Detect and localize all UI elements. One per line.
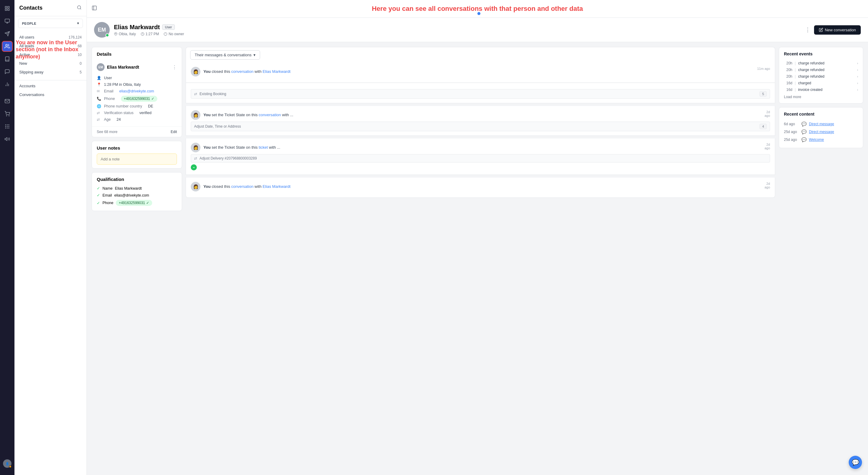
sidebar-item-all-leads[interactable]: All leads 68 — [14, 41, 87, 50]
sidebar-nav-label: Conversations — [19, 93, 44, 97]
message-nav-icon[interactable] — [2, 96, 13, 107]
sidebar-item-accounts[interactable]: Accounts — [14, 81, 87, 90]
contact-role-badge: User — [162, 24, 175, 30]
conv-text-1: You closed this conversation with Elias … — [204, 69, 290, 75]
globe-icon: 🌐 — [97, 104, 101, 108]
q-label: Email — [102, 193, 112, 198]
apps-nav-icon[interactable] — [2, 121, 13, 132]
conv-link-person[interactable]: Elias Markwardt — [262, 69, 290, 74]
send-nav-icon[interactable] — [2, 28, 13, 39]
edit-link[interactable]: Edit — [170, 130, 177, 134]
subject-text: Existing Booking — [199, 92, 226, 96]
megaphone-nav-icon[interactable] — [2, 134, 13, 144]
chart-nav-icon[interactable] — [2, 79, 13, 90]
subject-text-4: Adjust Delivery #207968800003289 — [199, 156, 257, 161]
event-time-2: 20h — [784, 68, 792, 72]
more-options-button[interactable]: ⋮ — [805, 27, 810, 33]
q-phone-badge: +491632599031 ✓ — [116, 200, 152, 206]
sidebar-filters: All users 176,124 All leads 68 Active 10… — [14, 30, 87, 79]
chevron-icon: › — [857, 62, 858, 65]
content-time-1: 6d ago — [784, 122, 799, 126]
event-row-4: 16d | charged › — [784, 80, 858, 87]
conv-link-5[interactable]: conversation — [231, 184, 253, 189]
user-avatar: 👤 — [3, 460, 11, 468]
content-link-1[interactable]: Direct message — [809, 122, 834, 126]
svg-point-19 — [5, 126, 6, 127]
contact-header: EM Elias Markwardt User Olbia, Italy 1:2… — [87, 18, 868, 42]
panel-toggle-button[interactable] — [92, 5, 97, 12]
booking-icon: ⇄ — [194, 92, 197, 96]
email-link[interactable]: elias@drivekyte.com — [119, 89, 154, 93]
conversations-panel: Their messages & conversations ▾ 👩 You c… — [186, 47, 775, 470]
sidebar-item-new[interactable]: New 0 — [14, 59, 87, 68]
right-panel: Recent events 20h | charge refunded › 20… — [779, 47, 863, 470]
sidebar-item-count: 68 — [78, 44, 82, 48]
sidebar-item-conversations[interactable]: Conversations — [14, 90, 87, 99]
conv-link-4[interactable]: ticket — [258, 145, 268, 149]
svg-point-22 — [9, 126, 9, 127]
conv-card-4[interactable]: 👩 You set the Ticket State on this ticke… — [186, 138, 775, 175]
content-link-2[interactable]: Direct message — [809, 130, 834, 134]
conv-filter-button[interactable]: Their messages & conversations ▾ — [190, 50, 260, 60]
sidebar-item-slipping[interactable]: Slipping away 5 — [14, 68, 87, 76]
check-icon: ✓ — [97, 201, 100, 205]
q-label: Phone — [102, 201, 113, 205]
chat-nav-icon[interactable] — [2, 66, 13, 77]
conv-card-5[interactable]: 👩 You closed this conversation with Elia… — [186, 177, 775, 198]
book-nav-icon[interactable] — [2, 54, 13, 64]
verification-value: verified — [139, 111, 151, 115]
conv-card-1[interactable]: 👩 You closed this conversation with Elia… — [186, 63, 775, 83]
note-input[interactable] — [97, 154, 177, 165]
user-avatar-icon[interactable]: 👤 — [2, 458, 13, 469]
conv-link-person-5[interactable]: Elias Markwardt — [262, 184, 290, 189]
detail-more-button[interactable]: ⋮ — [172, 64, 177, 70]
sidebar-item-label: All users — [19, 35, 34, 39]
check-icon: ✓ — [97, 193, 100, 198]
qualification-email: ✓ Email elias@drivekyte.com — [92, 192, 182, 199]
phone-label: Phone — [104, 97, 115, 101]
conv-badge-3: 4 — [760, 124, 767, 129]
event-name-3: charge refunded — [798, 74, 855, 78]
cart-nav-icon[interactable] — [2, 108, 13, 119]
sidebar-item-all-users[interactable]: All users 176,124 — [14, 33, 87, 41]
conv-filter-label: Their messages & conversations — [195, 53, 252, 57]
new-conversation-button[interactable]: New conversation — [814, 25, 861, 35]
event-time-1: 20h — [784, 61, 792, 65]
sidebar-item-active[interactable]: Active 10 — [14, 50, 87, 59]
content-row-3: 25d ago 💬 Welcome — [784, 136, 858, 144]
content-area: Details EM Elias Markwardt ⋮ 👤 User — [87, 42, 868, 475]
conv-link-conversation[interactable]: conversation — [231, 69, 253, 74]
chat-widget[interactable]: 💬 — [849, 456, 862, 469]
check-icon: ✓ — [97, 186, 100, 191]
event-name-2: charge refunded — [798, 68, 855, 72]
event-name-1: charge refunded — [798, 61, 855, 65]
age-value: 24 — [117, 117, 121, 122]
conv-time-3: 2dago — [765, 110, 770, 117]
message-icon-2: 💬 — [801, 129, 807, 134]
sidebar-item-label: All leads — [19, 44, 34, 48]
see-more-link[interactable]: See 68 more — [97, 130, 118, 134]
content-row-2: 25d ago 💬 Direct message — [784, 128, 858, 136]
notes-title: User notes — [92, 141, 182, 154]
search-button[interactable] — [77, 5, 82, 11]
main-content: Here you can see all conversations with … — [87, 0, 868, 475]
conv-link-3[interactable]: conversation — [258, 112, 281, 117]
content-link-3[interactable]: Welcome — [809, 138, 824, 142]
svg-point-14 — [9, 115, 9, 116]
q-label: Name — [102, 186, 113, 191]
svg-point-29 — [116, 33, 116, 34]
users-nav-icon[interactable] — [2, 41, 13, 52]
segment-selector[interactable]: PEOPLE ▾ — [18, 19, 83, 28]
svg-point-20 — [5, 128, 6, 129]
monitor-nav-icon[interactable] — [2, 15, 13, 27]
delivery-icon: ⇄ — [194, 156, 197, 161]
conv-card-3[interactable]: 👩 You set the Ticket State on this conve… — [186, 106, 775, 136]
email-icon: ✉ — [97, 89, 101, 93]
grid-nav-icon[interactable] — [2, 3, 13, 14]
load-more-link[interactable]: Load more — [784, 95, 858, 99]
svg-rect-1 — [8, 6, 9, 8]
conv-card-2[interactable]: ⇄ Existing Booking 5 — [186, 83, 775, 103]
conv-time-4: 2dago — [765, 143, 770, 150]
detail-card: EM Elias Markwardt ⋮ 👤 User 📍 1:28 PM in… — [92, 60, 182, 127]
conv-subject-3: Adjust Date, Time or Address 4 — [191, 122, 770, 131]
